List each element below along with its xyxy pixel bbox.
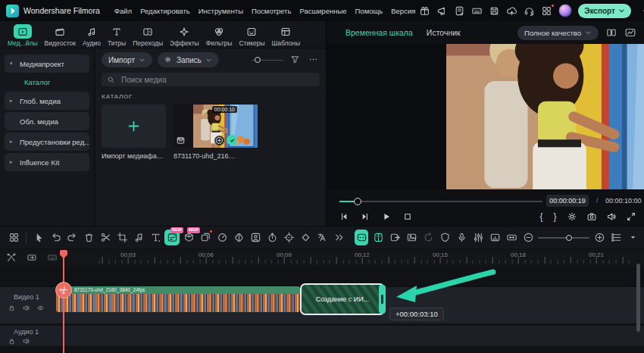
menu-view[interactable]: Посмотреть [248, 5, 295, 17]
ai-tools-button[interactable] [231, 230, 246, 245]
lock-track-icon[interactable] [8, 304, 16, 312]
keyboard-mode-icon[interactable] [47, 252, 58, 263]
sidebar-item-catalog[interactable]: Каталог [5, 75, 89, 89]
split-button[interactable] [98, 230, 113, 245]
mute-track-icon[interactable] [22, 337, 30, 345]
slider-knob[interactable] [566, 235, 572, 241]
fullscreen-button[interactable] [624, 210, 637, 223]
seek-handle[interactable] [354, 198, 361, 205]
split-scissors-badge[interactable] [55, 282, 72, 298]
menu-file[interactable]: Файл [111, 5, 136, 17]
select-tool-button[interactable] [31, 230, 46, 245]
import-media-tile[interactable] [102, 105, 166, 148]
playhead-line[interactable] [63, 250, 64, 353]
stop-button[interactable] [401, 210, 414, 223]
task-list-icon[interactable] [454, 5, 465, 17]
menu-edit[interactable]: Редактировать [136, 5, 194, 17]
protect-media-button[interactable] [438, 230, 452, 245]
tab-timeline-view[interactable]: Временная шкала [345, 28, 413, 37]
voiceover-button[interactable] [455, 230, 468, 245]
hide-track-icon[interactable] [36, 304, 45, 312]
rerender-button[interactable] [421, 230, 435, 245]
ai-captions-button[interactable]: NEW [164, 230, 180, 245]
duration-button[interactable] [264, 230, 280, 245]
tab-audio[interactable]: Аудио [83, 24, 101, 47]
slider-knob[interactable] [255, 57, 261, 63]
mark-out-button[interactable]: } [552, 211, 558, 222]
export-button[interactable]: Экспорт [578, 4, 631, 18]
detach-audio-button[interactable] [131, 230, 146, 245]
portrait-cutout-button[interactable] [248, 230, 263, 245]
user-avatar[interactable] [558, 4, 572, 17]
media-browser-button[interactable] [6, 230, 21, 245]
crop-button[interactable] [114, 230, 130, 245]
sidebar-item-presets[interactable]: ▸Предустановки ред... [5, 133, 89, 151]
tab-media[interactable]: Мед...йлы [8, 24, 38, 47]
add-text-button[interactable] [148, 230, 163, 245]
save-project-icon[interactable] [489, 5, 500, 17]
quick-split-toggle[interactable] [6, 252, 17, 263]
clip-trim-handle[interactable] [379, 285, 386, 314]
apps-grid-icon[interactable] [541, 5, 552, 17]
tab-stickers[interactable]: Стикеры [239, 24, 264, 47]
auto-ripple-toggle[interactable] [27, 252, 37, 263]
mark-in-button[interactable]: { [538, 211, 545, 222]
gift-icon[interactable] [419, 5, 430, 17]
lock-track-icon[interactable] [8, 337, 16, 345]
cloud-upload-icon[interactable] [506, 5, 517, 17]
timeline-ruler[interactable]: 00:0300:0600:0900:1200:1500:1800:21 [0, 250, 644, 267]
snapshot-button[interactable] [585, 210, 598, 223]
ai-assistant-button[interactable] [355, 230, 368, 245]
export-clip-button[interactable] [388, 230, 402, 245]
more-tools-button[interactable] [331, 230, 346, 245]
zoom-in-button[interactable] [592, 230, 606, 245]
minimize-button[interactable] [640, 3, 644, 18]
search-input[interactable] [120, 75, 314, 85]
translate-button[interactable] [314, 230, 330, 245]
tab-titles[interactable]: Титры [108, 24, 126, 47]
tab-source-view[interactable]: Источник [427, 28, 461, 37]
sidebar-item-media-project[interactable]: ▾Медиапроект [5, 55, 89, 73]
more-options-button[interactable] [308, 55, 320, 66]
keyboard-shortcuts-icon[interactable] [471, 5, 483, 17]
sidebar-item-cloud-media[interactable]: Обл. медиа [5, 112, 89, 130]
sidebar-item-influence-kit[interactable]: ▸Influence Kit [5, 153, 89, 171]
media-search[interactable] [102, 73, 320, 86]
promotion-icon[interactable] [436, 5, 448, 17]
delete-button[interactable] [81, 230, 96, 245]
ai-extension-region[interactable]: Создание с ИИ... [300, 283, 385, 315]
seek-bar[interactable] [339, 201, 542, 202]
volume-button[interactable] [605, 210, 617, 223]
vertical-scrollbar[interactable] [636, 264, 640, 332]
audio-track[interactable]: Аудио 1 [0, 326, 644, 347]
menu-advanced[interactable]: Расширенные [295, 5, 350, 17]
import-button[interactable]: Импорт [102, 52, 152, 67]
undo-button[interactable] [48, 230, 63, 245]
zoom-out-button[interactable] [521, 230, 535, 245]
keyframe-button[interactable] [298, 230, 313, 245]
quality-dropdown[interactable]: Полное качество [517, 26, 599, 40]
tab-filters[interactable]: Фильтры [206, 24, 233, 47]
speed-button[interactable] [214, 230, 230, 245]
play-button[interactable] [380, 210, 392, 223]
fit-timeline-button[interactable] [505, 230, 518, 245]
record-button[interactable]: Запись [158, 52, 219, 67]
timeline-clip[interactable]: 8731170-uhd_2160_3840_24fps [56, 286, 300, 312]
render-preview-button[interactable] [488, 230, 502, 245]
sidebar-item-global-media[interactable]: ▸Глоб. медиа [5, 92, 89, 110]
tab-transitions[interactable]: Переходы [133, 24, 163, 47]
audio-mixer-button[interactable] [471, 230, 485, 245]
thumbnail-size-slider[interactable] [252, 56, 283, 64]
menu-help[interactable]: Помощь [352, 5, 387, 17]
media-clip-tile[interactable]: 00:00:10 [174, 105, 238, 148]
filter-media-button[interactable] [290, 55, 302, 66]
overlay-button[interactable] [198, 230, 213, 245]
track-manager-caret[interactable] [626, 230, 639, 245]
redo-button[interactable] [64, 230, 80, 245]
menu-tools[interactable]: Инструменты [195, 5, 247, 17]
tab-templates[interactable]: Шаблоны [272, 24, 301, 47]
scopes-icon[interactable] [624, 27, 636, 39]
menu-version[interactable]: Версия [387, 5, 419, 17]
ai-copilot-button[interactable] [371, 230, 385, 245]
track-manager-button[interactable] [609, 230, 623, 245]
